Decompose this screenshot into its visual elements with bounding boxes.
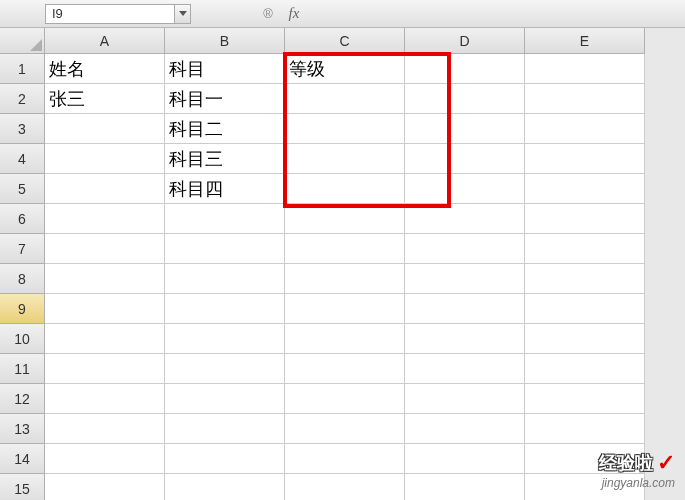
cell-C6[interactable] (285, 204, 405, 234)
cell-B15[interactable] (165, 474, 285, 500)
cell-C12[interactable] (285, 384, 405, 414)
cell-E1[interactable] (525, 54, 645, 84)
row-header-1[interactable]: 1 (0, 54, 45, 84)
cell-B2[interactable]: 科目一 (165, 84, 285, 114)
cells-grid[interactable]: 姓名科目等级张三科目一科目二科目三科目四 (45, 54, 645, 500)
cell-D13[interactable] (405, 414, 525, 444)
cell-D5[interactable] (405, 174, 525, 204)
cell-C1[interactable]: 等级 (285, 54, 405, 84)
cell-E4[interactable] (525, 144, 645, 174)
select-all-corner[interactable] (0, 28, 45, 54)
cell-E13[interactable] (525, 414, 645, 444)
cell-B5[interactable]: 科目四 (165, 174, 285, 204)
cell-D7[interactable] (405, 234, 525, 264)
cell-D6[interactable] (405, 204, 525, 234)
column-header-A[interactable]: A (45, 28, 165, 54)
cell-D15[interactable] (405, 474, 525, 500)
cell-A1[interactable]: 姓名 (45, 54, 165, 84)
cell-C8[interactable] (285, 264, 405, 294)
cell-A14[interactable] (45, 444, 165, 474)
name-box-dropdown[interactable] (175, 4, 191, 24)
cell-B4[interactable]: 科目三 (165, 144, 285, 174)
cell-A13[interactable] (45, 414, 165, 444)
cell-E6[interactable] (525, 204, 645, 234)
row-header-2[interactable]: 2 (0, 84, 45, 114)
column-header-C[interactable]: C (285, 28, 405, 54)
cell-D1[interactable] (405, 54, 525, 84)
cell-C11[interactable] (285, 354, 405, 384)
cell-A4[interactable] (45, 144, 165, 174)
cell-E7[interactable] (525, 234, 645, 264)
cell-D4[interactable] (405, 144, 525, 174)
cell-C15[interactable] (285, 474, 405, 500)
cell-C2[interactable] (285, 84, 405, 114)
cell-row (45, 204, 645, 234)
cell-B1[interactable]: 科目 (165, 54, 285, 84)
cell-E2[interactable] (525, 84, 645, 114)
cell-A11[interactable] (45, 354, 165, 384)
cell-A5[interactable] (45, 174, 165, 204)
row-header-3[interactable]: 3 (0, 114, 45, 144)
cell-A12[interactable] (45, 384, 165, 414)
row-header-6[interactable]: 6 (0, 204, 45, 234)
cell-C5[interactable] (285, 174, 405, 204)
cell-A8[interactable] (45, 264, 165, 294)
row-header-11[interactable]: 11 (0, 354, 45, 384)
cell-A7[interactable] (45, 234, 165, 264)
cell-A6[interactable] (45, 204, 165, 234)
column-header-D[interactable]: D (405, 28, 525, 54)
cell-E10[interactable] (525, 324, 645, 354)
row-header-4[interactable]: 4 (0, 144, 45, 174)
row-header-14[interactable]: 14 (0, 444, 45, 474)
cell-E3[interactable] (525, 114, 645, 144)
insert-function-button[interactable]: ® (256, 4, 280, 24)
cell-C14[interactable] (285, 444, 405, 474)
column-header-E[interactable]: E (525, 28, 645, 54)
cell-D12[interactable] (405, 384, 525, 414)
cell-D8[interactable] (405, 264, 525, 294)
cell-B10[interactable] (165, 324, 285, 354)
cell-C13[interactable] (285, 414, 405, 444)
cell-A9[interactable] (45, 294, 165, 324)
row-header-7[interactable]: 7 (0, 234, 45, 264)
row-header-13[interactable]: 13 (0, 414, 45, 444)
row-header-12[interactable]: 12 (0, 384, 45, 414)
cell-C9[interactable] (285, 294, 405, 324)
cell-E9[interactable] (525, 294, 645, 324)
fx-icon[interactable]: fx (280, 4, 308, 24)
name-box-input[interactable]: I9 (45, 4, 175, 24)
cell-B13[interactable] (165, 414, 285, 444)
cell-B7[interactable] (165, 234, 285, 264)
cell-B6[interactable] (165, 204, 285, 234)
column-header-B[interactable]: B (165, 28, 285, 54)
cell-C4[interactable] (285, 144, 405, 174)
cell-B12[interactable] (165, 384, 285, 414)
cell-E12[interactable] (525, 384, 645, 414)
cell-C3[interactable] (285, 114, 405, 144)
cell-D3[interactable] (405, 114, 525, 144)
row-header-15[interactable]: 15 (0, 474, 45, 500)
cell-A15[interactable] (45, 474, 165, 500)
cell-E11[interactable] (525, 354, 645, 384)
cell-D11[interactable] (405, 354, 525, 384)
cell-D9[interactable] (405, 294, 525, 324)
cell-B11[interactable] (165, 354, 285, 384)
cell-A3[interactable] (45, 114, 165, 144)
cell-B8[interactable] (165, 264, 285, 294)
cell-B14[interactable] (165, 444, 285, 474)
cell-D10[interactable] (405, 324, 525, 354)
row-header-8[interactable]: 8 (0, 264, 45, 294)
cell-B3[interactable]: 科目二 (165, 114, 285, 144)
cell-B9[interactable] (165, 294, 285, 324)
row-header-9[interactable]: 9 (0, 294, 45, 324)
cell-E5[interactable] (525, 174, 645, 204)
cell-A10[interactable] (45, 324, 165, 354)
cell-A2[interactable]: 张三 (45, 84, 165, 114)
row-header-5[interactable]: 5 (0, 174, 45, 204)
cell-D2[interactable] (405, 84, 525, 114)
cell-D14[interactable] (405, 444, 525, 474)
row-header-10[interactable]: 10 (0, 324, 45, 354)
cell-C10[interactable] (285, 324, 405, 354)
cell-E8[interactable] (525, 264, 645, 294)
cell-C7[interactable] (285, 234, 405, 264)
